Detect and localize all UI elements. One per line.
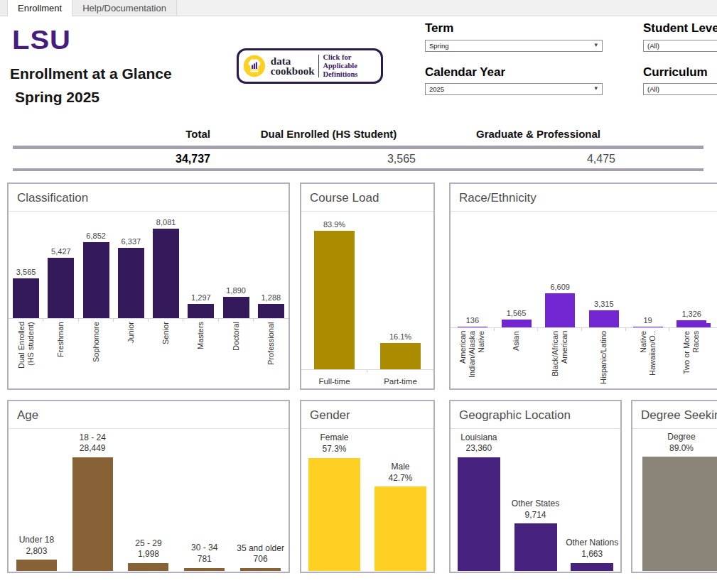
geographic-location-panel: Geographic Location Louisiana23,360Other… — [449, 400, 622, 573]
bar-female[interactable] — [308, 458, 360, 571]
bar-degree[interactable] — [642, 457, 717, 571]
age-panel: Age Under 182,80318 - 2428,44925 - 291,9… — [7, 400, 290, 573]
tab-bar: Enrollment Help/Documentation — [0, 0, 717, 16]
bar-value-label: 83.9% — [301, 220, 367, 229]
data-cookbook-link[interactable]: data cookbook Click for Applicable Defin… — [237, 48, 383, 84]
bar-35-and-older[interactable] — [240, 568, 281, 571]
calendar-year-select[interactable]: 2025 ▾ — [425, 83, 603, 95]
tab-help-documentation[interactable]: Help/Documentation — [72, 0, 177, 16]
classification-panel: Classification 3,5655,4276,8526,3378,081… — [7, 183, 290, 390]
bar-category-label: Sophomore — [92, 322, 101, 384]
geographic-location-chart: Louisiana23,360Other States9,714Other Na… — [451, 429, 620, 571]
gender-panel: Gender Female57.3%Male42.7% — [300, 400, 435, 573]
student-level-select-value: (All) — [647, 42, 659, 50]
bar-louisiana[interactable] — [458, 457, 500, 571]
bar-value-label: 19 — [626, 316, 670, 325]
curriculum-select-value: (All) — [647, 85, 659, 93]
curriculum-select[interactable]: (All) — [643, 83, 717, 95]
summary-value-grad-professional: 4,475 — [516, 153, 615, 165]
bar-category-label: Junior — [126, 322, 136, 384]
race-ethnicity-title: Race/Ethnicity — [451, 184, 717, 212]
bar-category-label: Senior — [161, 322, 171, 384]
bar-value-label: 136 — [451, 316, 495, 325]
tab-bar-spacer — [0, 0, 8, 16]
bar-hispanic-latino[interactable] — [589, 310, 619, 327]
classification-title: Classification — [9, 184, 289, 212]
term-select[interactable]: Spring ▾ — [425, 40, 603, 52]
bar-value-label: 3,565 — [9, 268, 43, 276]
bar-black-african-american[interactable] — [545, 293, 575, 327]
age-chart: Under 182,80318 - 2428,44925 - 291,99830… — [9, 429, 289, 571]
bar-label-other-nations: Other Nations1,663 — [564, 538, 620, 560]
bar-label-louisiana: Louisiana23,360 — [451, 432, 507, 454]
bar-category-label: Native Hawaiian/O.. — [639, 331, 657, 385]
bar-other-states[interactable] — [514, 523, 557, 571]
badge-note: Click for Applicable Definitions — [323, 53, 377, 79]
bar-value-label: 5,427 — [43, 247, 78, 256]
bar-doctoral[interactable] — [223, 297, 249, 318]
student-level-select[interactable]: (All) — [643, 40, 717, 52]
bar-label-30-34: 30 - 34781 — [176, 543, 232, 565]
bar-male[interactable] — [374, 486, 426, 571]
bar-25-29[interactable] — [128, 563, 168, 571]
page-title: Enrollment at a Glance Spring 2025 — [10, 62, 172, 109]
bar-senior[interactable] — [153, 229, 179, 318]
bar-asian[interactable] — [502, 320, 532, 327]
bar-category-label: Full-time — [318, 373, 350, 388]
calendar-year-select-value: 2025 — [429, 85, 444, 93]
bar-label-degree: Degree89.0% — [632, 432, 717, 454]
bar-18-24[interactable] — [72, 457, 113, 571]
summary-header-dual-enrolled: Dual Enrolled (HS Student) — [245, 128, 412, 140]
age-title: Age — [9, 401, 289, 429]
degree-seeking-chart: Degree89.0% — [632, 429, 717, 571]
classification-chart: 3,5655,4276,8526,3378,0811,2971,8901,288… — [9, 212, 289, 388]
course-load-chart: 83.9%16.1%Full-timePart-time — [301, 212, 433, 388]
bar-freshman[interactable] — [48, 258, 74, 318]
race-ethnicity-panel: Race/Ethnicity 1361,5656,6093,315191,326… — [449, 183, 717, 390]
bar-category-label: Dual Enrolled (HS student) — [17, 322, 36, 384]
bar-category-label: Asian — [512, 331, 521, 385]
chef-hat-icon — [243, 53, 266, 80]
lsu-logo: LSU — [12, 27, 71, 53]
bar-junior[interactable] — [118, 248, 144, 318]
bar-other-nations[interactable] — [571, 563, 613, 571]
bar-category-label: Professional — [266, 322, 276, 384]
term-select-value: Spring — [429, 42, 448, 50]
bar-value-label: 1,326 — [669, 310, 713, 318]
bar-category-label: American Indian/Alaska Native — [458, 331, 486, 385]
term-filter-label: Term — [425, 21, 453, 36]
bar-30-34[interactable] — [184, 568, 225, 571]
geographic-location-title: Geographic Location — [451, 401, 620, 429]
summary-header-total: Total — [107, 128, 210, 140]
bar-category-label: Black/African American — [551, 331, 569, 385]
bar-under-18[interactable] — [16, 560, 57, 571]
summary-value-total: 34,737 — [107, 153, 210, 165]
bar-full-time[interactable] — [314, 231, 355, 369]
degree-seeking-panel: Degree Seeking Degree89.0% — [631, 400, 717, 573]
tab-enrollment[interactable]: Enrollment — [8, 0, 72, 16]
bar-label-male: Male42.7% — [367, 462, 433, 484]
dropdown-arrow-icon: ▾ — [594, 41, 598, 48]
bar-label-25-29: 25 - 291,998 — [121, 538, 177, 560]
data-cookbook-wordmark: data cookbook — [271, 56, 315, 77]
bar-part-time[interactable] — [380, 343, 421, 369]
bar-label-other-states: Other States9,714 — [507, 499, 564, 521]
bar-label-female: Female57.3% — [301, 432, 367, 454]
bar-value-label: 1,288 — [254, 293, 289, 302]
student-level-filter-label: Student Level — [643, 21, 717, 36]
bar-category-label: Doctoral — [232, 322, 241, 384]
bar-label-35-and-older: 35 and older706 — [232, 543, 289, 565]
bar-sophomore[interactable] — [83, 242, 109, 318]
summary-separator-bottom — [13, 168, 703, 171]
gender-title: Gender — [301, 401, 433, 429]
bar-value-label: 6,609 — [538, 283, 582, 291]
bar-category-label: Freshman — [56, 322, 65, 384]
course-load-title: Course Load — [301, 184, 433, 212]
bar-professional[interactable] — [258, 304, 284, 318]
bar-category-label: Two or More Races — [682, 331, 701, 385]
bar-category-label: Masters — [196, 322, 205, 384]
degree-seeking-title: Degree Seeking — [632, 401, 717, 429]
bar-dual-enrolled-hs-student[interactable] — [13, 278, 39, 318]
bar-value-label: 8,081 — [149, 218, 183, 227]
bar-masters[interactable] — [188, 304, 214, 318]
